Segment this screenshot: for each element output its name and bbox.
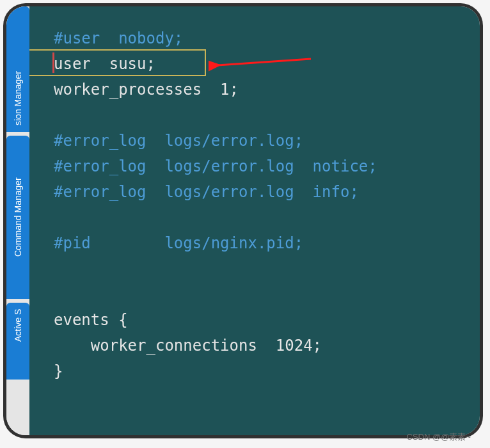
- tab-label: sion Manager: [13, 71, 23, 125]
- code-line: #error_log logs/error.log notice;: [29, 154, 480, 179]
- code-line: [29, 102, 480, 128]
- code-content: #user nobody;user susu;worker_processes …: [29, 26, 480, 435]
- cursor: [52, 52, 54, 73]
- code-line: worker_processes 1;: [29, 77, 480, 102]
- editor-window: sion Manager Command Manager Active S #u…: [6, 6, 480, 435]
- sidebar: sion Manager Command Manager Active S: [6, 6, 29, 435]
- tab-label: Active S: [13, 309, 23, 342]
- sidebar-tab-command-manager[interactable]: Command Manager: [6, 136, 29, 299]
- sidebar-tab-active-sessions[interactable]: Active S: [6, 303, 29, 380]
- sidebar-tab-session-manager[interactable]: sion Manager: [6, 6, 29, 132]
- code-editor[interactable]: #user nobody;user susu;worker_processes …: [29, 6, 480, 435]
- code-line: events {: [29, 307, 480, 333]
- code-line: #user nobody;: [29, 26, 480, 51]
- code-line: [29, 282, 480, 307]
- code-line: [29, 205, 480, 230]
- code-line: [29, 256, 480, 282]
- code-line: worker_connections 1024;: [29, 333, 480, 358]
- tab-label: Command Manager: [13, 178, 23, 257]
- watermark: CSDN @@素素~: [407, 431, 471, 443]
- code-line: #pid logs/nginx.pid;: [29, 230, 480, 256]
- code-line: [29, 384, 480, 410]
- code-line: #error_log logs/error.log info;: [29, 179, 480, 205]
- code-line: user susu;: [29, 51, 480, 77]
- code-line: #error_log logs/error.log;: [29, 128, 480, 154]
- code-line: }: [29, 358, 480, 384]
